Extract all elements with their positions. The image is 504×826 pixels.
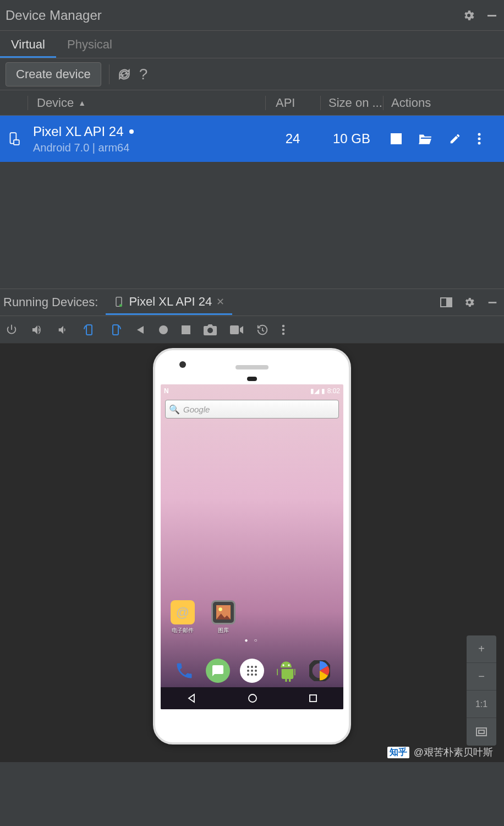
svg-rect-37 bbox=[479, 730, 484, 733]
svg-point-17 bbox=[282, 324, 285, 327]
zoom-in-button[interactable]: + bbox=[467, 635, 496, 663]
rotate-right-icon[interactable] bbox=[109, 323, 122, 336]
device-row[interactable]: Pixel XL API 24 Android 7.0 | arm64 24 1… bbox=[0, 116, 504, 162]
signal-icon: ▮◢ bbox=[310, 387, 319, 395]
zoom-fit-button[interactable] bbox=[467, 718, 496, 746]
device-sub: Android 7.0 | arm64 bbox=[33, 142, 265, 154]
tab-physical[interactable]: Physical bbox=[56, 31, 123, 58]
svg-point-31 bbox=[282, 664, 284, 666]
gear-icon[interactable] bbox=[463, 296, 475, 308]
svg-rect-11 bbox=[489, 302, 497, 303]
refresh-icon[interactable] bbox=[117, 67, 132, 81]
nav-recent-icon[interactable] bbox=[309, 694, 317, 703]
camera-icon[interactable] bbox=[204, 324, 217, 335]
svg-point-27 bbox=[255, 670, 257, 672]
app-gallery[interactable]: 图库 bbox=[209, 600, 238, 634]
svg-point-25 bbox=[247, 670, 249, 672]
empty-area bbox=[0, 162, 504, 289]
gear-icon[interactable] bbox=[462, 9, 475, 22]
status-bar: N ▮◢ ▮ 8:02 bbox=[161, 384, 343, 398]
phone-frame: N ▮◢ ▮ 8:02 🔍 Google @ 电子邮件 图库 ● bbox=[153, 348, 351, 745]
more-vert-icon[interactable] bbox=[478, 133, 481, 145]
nav-home-icon[interactable] bbox=[248, 693, 258, 703]
svg-rect-36 bbox=[476, 728, 486, 736]
zhihu-logo: 知乎 bbox=[387, 747, 409, 758]
running-device-tab[interactable]: Pixel XL API 24 ✕ bbox=[106, 290, 232, 315]
tab-virtual[interactable]: Virtual bbox=[0, 31, 56, 58]
column-api[interactable]: API bbox=[265, 96, 320, 110]
divider bbox=[109, 64, 109, 84]
svg-point-5 bbox=[478, 138, 481, 140]
emulator-viewport: N ▮◢ ▮ 8:02 🔍 Google @ 电子邮件 图库 ● bbox=[0, 344, 504, 762]
column-size[interactable]: Size on ... bbox=[320, 96, 383, 110]
svg-point-30 bbox=[255, 673, 257, 676]
status-time: 8:02 bbox=[327, 387, 340, 395]
minimize-icon[interactable] bbox=[486, 296, 498, 308]
record-icon[interactable] bbox=[158, 325, 168, 335]
sensor-icon bbox=[247, 377, 257, 381]
volume-down-icon[interactable] bbox=[57, 324, 69, 336]
device-name: Pixel XL API 24 bbox=[33, 124, 124, 139]
running-tab-label: Pixel XL API 24 bbox=[129, 295, 212, 309]
zoom-one-button[interactable]: 1:1 bbox=[467, 691, 496, 718]
phone-screen[interactable]: N ▮◢ ▮ 8:02 🔍 Google @ 电子邮件 图库 ● bbox=[161, 384, 343, 709]
volume-up-icon[interactable] bbox=[31, 324, 44, 336]
svg-rect-16 bbox=[230, 325, 239, 334]
rotate-left-icon[interactable] bbox=[83, 323, 96, 336]
svg-rect-35 bbox=[310, 695, 316, 702]
dock-apps[interactable] bbox=[240, 659, 264, 683]
search-icon: 🔍 bbox=[169, 404, 180, 415]
svg-point-29 bbox=[251, 673, 253, 676]
svg-rect-10 bbox=[447, 298, 452, 307]
dock-messages[interactable] bbox=[206, 659, 230, 683]
svg-point-24 bbox=[255, 666, 257, 668]
dock-phone[interactable] bbox=[172, 659, 196, 683]
svg-point-19 bbox=[282, 332, 285, 335]
battery-icon: ▮ bbox=[321, 387, 325, 395]
watermark: 知乎 @艰苦朴素贝叶斯 bbox=[387, 746, 493, 759]
android-nav-bar bbox=[161, 687, 343, 709]
phone-icon bbox=[113, 296, 124, 307]
close-tab-icon[interactable]: ✕ bbox=[216, 296, 224, 308]
stop-icon[interactable] bbox=[182, 325, 190, 334]
speaker-icon bbox=[235, 365, 269, 369]
help-icon[interactable]: ? bbox=[139, 66, 148, 83]
edit-icon[interactable] bbox=[449, 133, 461, 145]
video-icon[interactable] bbox=[230, 325, 243, 334]
search-widget[interactable]: 🔍 Google bbox=[165, 400, 339, 419]
svg-rect-12 bbox=[86, 325, 92, 335]
zoom-panel: + − 1:1 bbox=[467, 635, 496, 746]
svg-rect-13 bbox=[113, 325, 118, 335]
zoom-out-button[interactable]: − bbox=[467, 663, 496, 691]
dock-android[interactable] bbox=[274, 659, 298, 683]
app-email[interactable]: @ 电子邮件 bbox=[168, 600, 197, 634]
back-icon[interactable] bbox=[135, 325, 145, 335]
history-icon[interactable] bbox=[256, 324, 269, 336]
minimize-icon[interactable] bbox=[485, 9, 498, 22]
column-device[interactable]: Device ▲ bbox=[28, 96, 265, 110]
svg-rect-2 bbox=[14, 140, 19, 145]
svg-point-8 bbox=[119, 304, 122, 307]
svg-point-23 bbox=[251, 666, 253, 668]
svg-point-34 bbox=[249, 694, 256, 702]
dock-camera[interactable] bbox=[308, 659, 332, 683]
column-device-label: Device bbox=[37, 96, 74, 110]
svg-point-26 bbox=[251, 670, 253, 672]
dock bbox=[161, 659, 343, 683]
folder-open-icon[interactable] bbox=[418, 133, 432, 144]
create-device-button[interactable]: Create device bbox=[6, 62, 101, 86]
nav-back-icon[interactable] bbox=[187, 693, 196, 703]
stop-icon[interactable] bbox=[391, 133, 402, 144]
svg-point-6 bbox=[478, 142, 481, 145]
status-dot-icon bbox=[129, 129, 134, 134]
app-gallery-label: 图库 bbox=[209, 627, 238, 634]
device-size: 10 GB bbox=[320, 131, 383, 146]
power-icon[interactable] bbox=[6, 324, 18, 336]
svg-point-32 bbox=[288, 664, 289, 666]
svg-point-18 bbox=[282, 328, 285, 331]
window-icon[interactable] bbox=[440, 297, 452, 307]
page-indicator: ● ○ bbox=[245, 637, 260, 643]
watermark-user: @艰苦朴素贝叶斯 bbox=[414, 746, 493, 759]
more-vert-icon[interactable] bbox=[282, 324, 285, 335]
phone-bezel-top bbox=[155, 350, 349, 384]
